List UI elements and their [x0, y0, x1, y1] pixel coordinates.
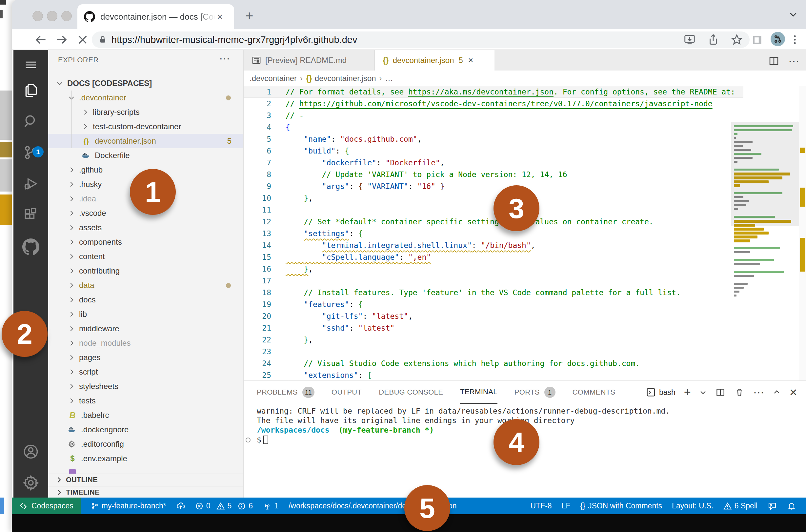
code-token [286, 170, 322, 179]
tab-preview-readme[interactable]: [Preview] README.md [244, 50, 375, 71]
window-zoom-button[interactable] [61, 11, 72, 21]
tree-item--devcontainer[interactable]: .devcontainer [48, 91, 243, 105]
tree-item-assets[interactable]: assets [48, 221, 243, 235]
avatar[interactable] [771, 32, 785, 46]
terminal-shell-picker[interactable]: bash [646, 387, 675, 397]
problems-status-item[interactable]: 0 5 6 [195, 501, 253, 510]
code-editor[interactable]: 1234567891011121314151617181920212223242… [244, 86, 806, 430]
settings-gear-icon[interactable] [14, 468, 48, 497]
new-tab-button[interactable]: + [245, 9, 253, 23]
tree-item-contributing[interactable]: contributing [48, 264, 243, 278]
minimap-slider[interactable] [731, 122, 799, 226]
code-token: "git-lfs" [322, 312, 363, 320]
markdown-preview-icon [251, 55, 261, 65]
remote-indicator[interactable]: Codespaces [12, 497, 81, 514]
tree-item-dockerfile[interactable]: Dockerfile [48, 148, 243, 163]
code-token: "latest" [372, 312, 408, 320]
split-terminal-icon[interactable] [715, 387, 726, 398]
forward-icon[interactable] [54, 33, 69, 47]
back-icon[interactable] [34, 33, 48, 47]
split-editor-icon[interactable] [768, 55, 780, 67]
tree-item-pages[interactable]: pages [48, 350, 243, 365]
breadcrumb-folder[interactable]: .devcontainer [250, 74, 297, 83]
stop-loading-icon[interactable] [75, 33, 90, 47]
tab-close-icon[interactable]: × [468, 55, 473, 65]
chevron-right-icon [68, 368, 75, 376]
explorer-icon[interactable] [14, 75, 48, 105]
tree-item-docs[interactable]: docs [48, 292, 243, 307]
keyboard-layout-status-item[interactable]: Layout: U.S. [672, 501, 713, 510]
window-minimize-button[interactable] [47, 11, 57, 21]
account-icon[interactable] [14, 437, 48, 467]
tree-item--babelrc[interactable]: B.babelrc [48, 408, 243, 422]
branch-status-item[interactable]: my-feature-branch* [91, 501, 166, 510]
explorer-actions-icon[interactable]: ⋯ [219, 52, 230, 65]
outline-section[interactable]: OUTLINE [48, 474, 243, 486]
terminal-dropdown-chevron-icon[interactable] [699, 389, 707, 396]
install-app-icon[interactable] [683, 34, 696, 46]
window-close-button[interactable] [33, 11, 43, 21]
modified-dot-badge [226, 283, 231, 288]
encoding-status-item[interactable]: UTF-8 [530, 501, 552, 510]
panel-tab-debug-console[interactable]: DEBUG CONSOLE [379, 381, 443, 404]
timeline-section[interactable]: TIMELINE [48, 486, 243, 498]
tree-item--editorconfig[interactable]: .editorconfig [48, 437, 243, 451]
tree-root-item[interactable]: DOCS [CODESPACES] [48, 76, 243, 91]
panel-tab-output[interactable]: OUTPUT [331, 381, 362, 404]
tree-item-label: lib [79, 310, 87, 319]
kill-terminal-icon[interactable] [734, 387, 745, 398]
tree-item--dockerignore[interactable]: .dockerignore [48, 422, 243, 437]
github-icon[interactable] [14, 232, 48, 262]
code-token [286, 359, 304, 368]
sidebar-toggle-icon[interactable] [751, 34, 763, 46]
breadcrumb-file[interactable]: devcontainer.json [315, 74, 376, 83]
search-icon[interactable] [14, 107, 48, 136]
browser-menu-icon[interactable] [789, 34, 801, 45]
share-icon[interactable] [707, 34, 719, 46]
sync-status-item[interactable] [176, 501, 185, 511]
tree-item-script[interactable]: script [48, 365, 243, 379]
tree-item-stylesheets[interactable]: stylesheets [48, 379, 243, 394]
source-control-icon[interactable]: 1 [14, 138, 48, 167]
bookmark-star-icon[interactable] [731, 34, 743, 46]
feedback-icon[interactable] [767, 501, 777, 511]
language-status-item[interactable]: {} JSON with Comments [580, 501, 663, 510]
menu-icon[interactable] [14, 50, 48, 79]
tree-item-tests[interactable]: tests [48, 394, 243, 408]
spell-status-item[interactable]: 6 Spell [723, 501, 757, 510]
terminal-output[interactable]: warning: CRLF will be replaced by LF in … [257, 406, 670, 445]
tree-item-data[interactable]: data [48, 278, 243, 292]
tab-close-icon[interactable]: × [217, 11, 223, 22]
breadcrumb-symbol[interactable]: … [385, 74, 393, 83]
tree-item-node-modules[interactable]: node_modules [48, 336, 243, 350]
tree-item-lib[interactable]: lib [48, 307, 243, 321]
run-debug-icon[interactable] [14, 169, 48, 198]
browser-tab[interactable]: devcontainer.json — docs [Cod × [77, 4, 234, 29]
close-panel-icon[interactable]: ✕ [789, 387, 798, 398]
panel-tab-problems[interactable]: PROBLEMS11 [257, 381, 314, 404]
maximize-panel-icon[interactable] [773, 388, 781, 396]
panel-tab-terminal[interactable]: TERMINAL [460, 381, 497, 404]
code-token: , [308, 265, 313, 273]
tree-item-test-custom-devcontainer[interactable]: test-custom-devcontainer [48, 119, 243, 134]
tree-item-middleware[interactable]: middleware [48, 321, 243, 336]
panel-more-actions-icon[interactable]: ⋯ [753, 386, 764, 399]
tree-item-devcontainer-json[interactable]: {}devcontainer.json5 [48, 134, 243, 148]
tree-item-content[interactable]: content [48, 249, 243, 264]
tabstrip-chevron-icon[interactable] [788, 8, 799, 20]
breadcrumb[interactable]: .devcontainer › {} devcontainer.json › … [244, 71, 806, 86]
tree-item-library-scripts[interactable]: library-scripts [48, 105, 243, 119]
tab-devcontainer-json[interactable]: {} devcontainer.json 5 × [375, 50, 495, 71]
tree-item--env-example[interactable]: $.env.example [48, 451, 243, 466]
eol-status-item[interactable]: LF [562, 501, 571, 510]
url-bar[interactable]: https://hubwriter-musical-meme-grx7rggrj… [92, 32, 750, 48]
ports-status-item[interactable]: 1 [263, 501, 279, 511]
notifications-bell-icon[interactable] [787, 501, 796, 511]
tree-item-components[interactable]: components [48, 235, 243, 249]
code-token: } [304, 194, 308, 202]
panel-tab-comments[interactable]: COMMENTS [573, 381, 615, 404]
editor-more-actions-icon[interactable]: ⋯ [788, 54, 800, 68]
new-terminal-icon[interactable]: + [684, 385, 691, 399]
panel-tab-ports[interactable]: PORTS1 [515, 381, 555, 404]
extensions-icon[interactable] [14, 200, 48, 230]
